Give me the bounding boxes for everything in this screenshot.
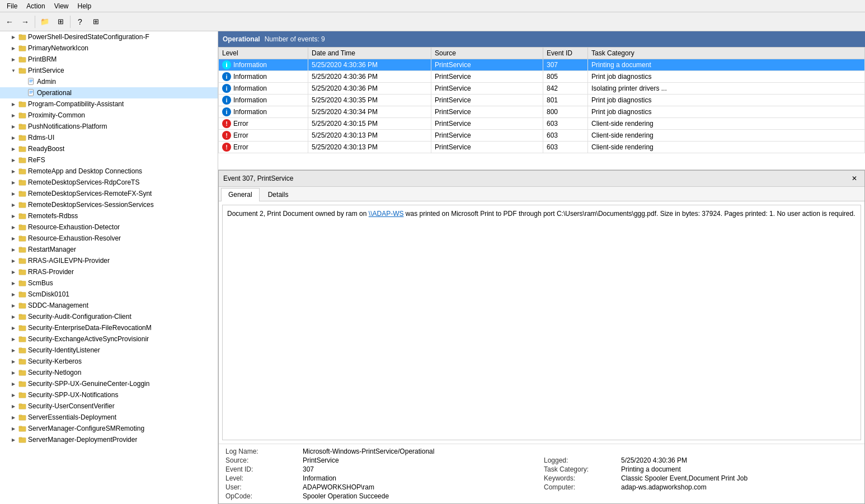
- menu-help[interactable]: Help: [73, 1, 96, 11]
- tree-item[interactable]: ▶RestartManager: [0, 244, 218, 255]
- col-source[interactable]: Source: [431, 48, 543, 59]
- tree-item[interactable]: ▶ScmBus: [0, 277, 218, 289]
- tree-item[interactable]: ▶RemoteDesktopServices-RemoteFX-Synt: [0, 188, 218, 199]
- tree-toggle-icon[interactable]: ▶: [9, 390, 18, 399]
- tree-toggle-icon[interactable]: ▶: [9, 223, 18, 232]
- tree-item[interactable]: ▶Rdms-UI: [0, 132, 218, 143]
- new-window-button[interactable]: ⊞: [53, 15, 68, 29]
- tree-toggle-icon[interactable]: ▶: [9, 167, 18, 176]
- tree-toggle-icon[interactable]: ▶: [9, 200, 18, 209]
- tree-toggle-icon[interactable]: ▶: [9, 122, 18, 131]
- tree-item[interactable]: ▶Security-Netlogon: [0, 367, 218, 378]
- menu-view[interactable]: View: [50, 1, 73, 11]
- tree-item[interactable]: ▶Security-UserConsentVerifier: [0, 401, 218, 412]
- tree-toggle-icon[interactable]: ▶: [9, 413, 18, 422]
- tree-item[interactable]: ▶Security-SPP-UX-Notifications: [0, 389, 218, 401]
- tree-item[interactable]: ▶Security-EnterpriseData-FileRevocationM: [0, 322, 218, 333]
- tree-toggle-icon[interactable]: ▶: [9, 346, 18, 355]
- tree-toggle-icon[interactable]: ▶: [9, 189, 18, 198]
- tree-toggle-icon[interactable]: ▶: [9, 256, 18, 265]
- menu-file[interactable]: File: [2, 1, 22, 11]
- tree-item[interactable]: ▶ScmDisk0101: [0, 289, 218, 300]
- tree-toggle-icon[interactable]: ▶: [9, 290, 18, 299]
- tree-item[interactable]: ▶RemoteDesktopServices-RdpCoreTS: [0, 177, 218, 188]
- tree-item[interactable]: ▶ReFS: [0, 154, 218, 166]
- table-row[interactable]: i Information5/25/2020 4:30:36 PMPrintSe…: [219, 71, 865, 83]
- tree-item[interactable]: ▶PrintBRM: [0, 54, 218, 65]
- tree-toggle-icon[interactable]: ▶: [9, 55, 18, 64]
- tree-toggle-icon[interactable]: ▶: [9, 100, 18, 109]
- tree-toggle-icon[interactable]: ▶: [9, 178, 18, 187]
- help-button[interactable]: ?: [73, 15, 87, 29]
- tree-toggle-icon[interactable]: [18, 77, 27, 86]
- tree-toggle-icon[interactable]: ▶: [9, 133, 18, 142]
- tree-toggle-icon[interactable]: ▶: [9, 111, 18, 120]
- back-button[interactable]: ←: [2, 15, 17, 29]
- event-table-container[interactable]: Level Date and Time Source Event ID Task…: [218, 47, 865, 170]
- tree-toggle-icon[interactable]: ▶: [9, 245, 18, 254]
- tree-item[interactable]: ▶Proximity-Common: [0, 110, 218, 121]
- tree-toggle-icon[interactable]: ▶: [9, 379, 18, 388]
- tree-toggle-icon[interactable]: ▶: [9, 44, 18, 53]
- tree-item[interactable]: ▶RRAS-AGILEVPN-Provider: [0, 255, 218, 266]
- menu-action[interactable]: Action: [22, 1, 49, 11]
- table-row[interactable]: ! Error5/25/2020 4:30:13 PMPrintService6…: [219, 130, 865, 142]
- table-row[interactable]: ! Error5/25/2020 4:30:15 PMPrintService6…: [219, 118, 865, 130]
- tab-details[interactable]: Details: [261, 188, 296, 201]
- tree-item[interactable]: ▶Remotefs-Rdbss: [0, 210, 218, 222]
- col-eventid[interactable]: Event ID: [543, 48, 588, 59]
- tree-toggle-icon[interactable]: ▶: [9, 368, 18, 377]
- event-detail-close-button[interactable]: ✕: [849, 173, 860, 184]
- tree-toggle-icon[interactable]: ▶: [9, 234, 18, 243]
- table-row[interactable]: i Information5/25/2020 4:30:36 PMPrintSe…: [219, 83, 865, 95]
- tree-item[interactable]: ▶PushNotifications-Platform: [0, 121, 218, 132]
- col-datetime[interactable]: Date and Time: [308, 48, 431, 59]
- tree-item[interactable]: Operational: [0, 87, 218, 98]
- tree-toggle-icon[interactable]: ▶: [9, 424, 18, 433]
- tree-toggle-icon[interactable]: ▼: [9, 66, 18, 75]
- tree-toggle-icon[interactable]: [18, 88, 27, 97]
- tree-toggle-icon[interactable]: ▶: [9, 402, 18, 411]
- tree-item[interactable]: ▶ReadyBoost: [0, 143, 218, 154]
- forward-button[interactable]: →: [18, 15, 32, 29]
- tree-item[interactable]: ▶Security-Kerberos: [0, 356, 218, 367]
- table-row[interactable]: i Information5/25/2020 4:30:34 PMPrintSe…: [219, 106, 865, 118]
- tree-panel[interactable]: ▶PowerShell-DesiredStateConfiguration-F▶…: [0, 31, 218, 504]
- table-row[interactable]: i Information5/25/2020 4:30:36 PMPrintSe…: [219, 59, 865, 71]
- tree-item[interactable]: ▶Resource-Exhaustion-Resolver: [0, 233, 218, 244]
- tree-item[interactable]: Admin: [0, 76, 218, 87]
- tree-item[interactable]: ▶RRAS-Provider: [0, 266, 218, 277]
- tree-toggle-icon[interactable]: ▶: [9, 335, 18, 343]
- tree-item[interactable]: ▼PrintService: [0, 65, 218, 76]
- tree-toggle-icon[interactable]: ▶: [9, 301, 18, 310]
- tree-item[interactable]: ▶Security-IdentityListener: [0, 345, 218, 356]
- tree-item[interactable]: ▶Security-Audit-Configuration-Client: [0, 311, 218, 322]
- tree-item[interactable]: ▶Security-ExchangeActiveSyncProvisionir: [0, 333, 218, 345]
- tree-item[interactable]: ▶PowerShell-DesiredStateConfiguration-F: [0, 31, 218, 43]
- tree-toggle-icon[interactable]: ▶: [9, 312, 18, 321]
- tree-toggle-icon[interactable]: ▶: [9, 323, 18, 332]
- tree-toggle-icon[interactable]: ▶: [9, 357, 18, 366]
- tree-item[interactable]: ▶ServerManager-DeploymentProvider: [0, 434, 218, 445]
- tree-item[interactable]: ▶PrimaryNetworkIcon: [0, 43, 218, 54]
- tree-toggle-icon[interactable]: ▶: [9, 211, 18, 220]
- adap-ws-link[interactable]: \\ADAP-WS: [369, 210, 404, 218]
- tree-item[interactable]: ▶SDDC-Management: [0, 300, 218, 311]
- tree-item[interactable]: ▶ServerEssentials-Deployment: [0, 412, 218, 423]
- tree-toggle-icon[interactable]: ▶: [9, 267, 18, 276]
- tree-item[interactable]: ▶ServerManager-ConfigureSMRemoting: [0, 423, 218, 434]
- table-row[interactable]: ! Error5/25/2020 4:30:13 PMPrintService6…: [219, 142, 865, 153]
- col-task[interactable]: Task Category: [588, 48, 865, 59]
- tree-item[interactable]: ▶RemoteApp and Desktop Connections: [0, 166, 218, 177]
- tree-item[interactable]: ▶Program-Compatibility-Assistant: [0, 98, 218, 110]
- tree-toggle-icon[interactable]: ▶: [9, 156, 18, 164]
- col-level[interactable]: Level: [219, 48, 308, 59]
- tab-general[interactable]: General: [221, 188, 260, 201]
- refresh-button[interactable]: 📁: [37, 15, 52, 29]
- tree-toggle-icon[interactable]: ▶: [9, 144, 18, 153]
- tree-item[interactable]: ▶Security-SPP-UX-GenuineCenter-Loggin: [0, 378, 218, 389]
- table-row[interactable]: i Information5/25/2020 4:30:35 PMPrintSe…: [219, 95, 865, 106]
- tree-toggle-icon[interactable]: ▶: [9, 279, 18, 288]
- tree-toggle-icon[interactable]: ▶: [9, 435, 18, 444]
- tree-item[interactable]: ▶RemoteDesktopServices-SessionServices: [0, 199, 218, 210]
